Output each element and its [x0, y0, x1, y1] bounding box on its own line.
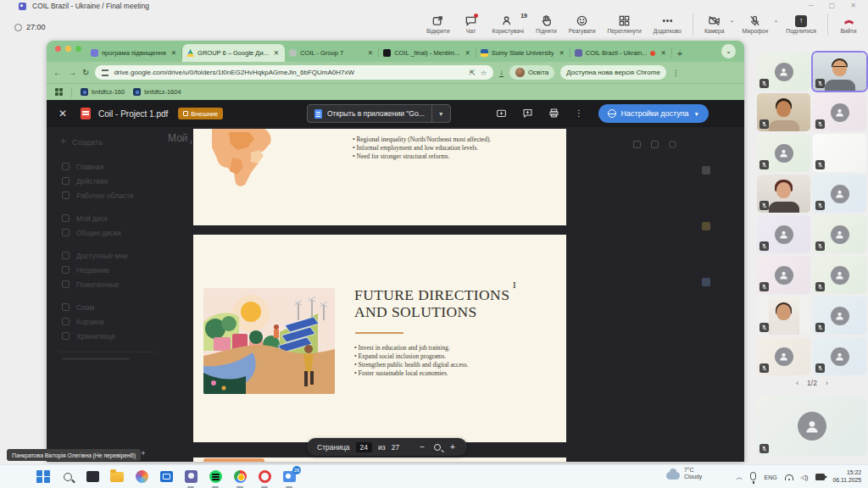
camera-button[interactable]: Камера: [699, 13, 730, 36]
mic-button[interactable]: Мікрофон: [737, 13, 774, 36]
store-icon[interactable]: [159, 469, 174, 485]
participant-avatar-tile[interactable]: [813, 134, 866, 172]
copilot-icon[interactable]: [134, 469, 149, 485]
drive-companion-bar[interactable]: [702, 166, 710, 286]
zoom-in-icon[interactable]: +: [448, 442, 457, 452]
tab-close-icon[interactable]: ✕: [659, 49, 667, 57]
chrome-update-chip[interactable]: Доступна нова версія Chrome: [560, 65, 666, 80]
browser-tab[interactable]: програма підвищення✕: [86, 44, 182, 62]
drive-sidebar-item[interactable]: Главная: [47, 159, 168, 174]
participant-avatar-tile[interactable]: [757, 256, 810, 294]
window-controls[interactable]: ─▢✕: [809, 2, 856, 9]
drive-sidebar-item[interactable]: Действия: [47, 174, 168, 188]
pagination-next-icon[interactable]: ›: [826, 379, 828, 387]
participant-video-tile[interactable]: [757, 93, 810, 131]
pagination-prev-icon[interactable]: ‹: [796, 379, 798, 387]
start-button[interactable]: [36, 469, 51, 485]
mac-close-icon[interactable]: [55, 46, 61, 52]
drive-sidebar-item[interactable]: Рабочие области: [47, 188, 168, 202]
mac-zoom-icon[interactable]: [75, 46, 81, 52]
weather-widget[interactable]: 7°CCloudy: [666, 467, 702, 481]
open-app-chevron-icon[interactable]: ▼: [432, 111, 450, 117]
chat-button[interactable]: Чат: [456, 13, 485, 36]
profile-chip[interactable]: Освіта: [509, 65, 554, 80]
participant-avatar-tile[interactable]: [757, 134, 810, 172]
participant-avatar-tile[interactable]: [813, 297, 866, 335]
chat-app-icon[interactable]: 26: [281, 469, 297, 485]
add-to-drive-icon[interactable]: [496, 108, 507, 119]
bookmark-item[interactable]: bnfdfcz-1604: [133, 88, 181, 96]
tab-search-chevron-icon[interactable]: ⌄: [721, 44, 736, 58]
drive-sidebar-item[interactable]: Хранилище: [47, 329, 168, 343]
apps-grid-icon[interactable]: [55, 88, 63, 96]
teams-app-icon[interactable]: [183, 469, 198, 485]
zoom-magnifier-icon[interactable]: [434, 444, 441, 451]
zoom-out-icon[interactable]: −: [418, 442, 426, 452]
language-indicator[interactable]: ENG: [764, 474, 776, 480]
raise-hand-button[interactable]: Підняти: [531, 13, 562, 36]
opera-icon[interactable]: [257, 469, 272, 485]
drive-sidebar-item[interactable]: Недавние: [47, 263, 168, 277]
forward-button[interactable]: →: [68, 68, 76, 77]
browser-menu-icon[interactable]: ⋮: [672, 69, 680, 77]
share-zoom-out-icon[interactable]: −: [130, 449, 134, 458]
browser-tab[interactable]: COIL - Group 7✕: [285, 44, 379, 62]
page-number-input[interactable]: 24: [356, 442, 372, 452]
participant-avatar-tile[interactable]: [813, 337, 866, 375]
bookmark-star-icon[interactable]: ☆: [481, 69, 487, 77]
wifi-icon[interactable]: [785, 474, 793, 480]
tab-close-icon[interactable]: ✕: [272, 49, 281, 57]
participant-video-tile[interactable]: [813, 53, 866, 91]
maximize-icon[interactable]: ▢: [829, 2, 836, 9]
share-access-button[interactable]: Настройки доступа ▼: [598, 104, 709, 123]
participant-avatar-tile[interactable]: [813, 175, 866, 213]
tab-close-icon[interactable]: ✕: [463, 49, 471, 57]
volume-icon[interactable]: ◁): [801, 474, 809, 481]
file-explorer-icon[interactable]: [109, 469, 125, 485]
downloads-icon[interactable]: ↓: [499, 69, 504, 77]
drive-sidebar-item[interactable]: Спам: [47, 300, 168, 314]
pdf-more-icon[interactable]: ⋮: [575, 108, 583, 118]
tray-chevron-icon[interactable]: ︿: [736, 473, 743, 482]
participant-avatar-tile[interactable]: [757, 53, 810, 91]
participant-video-tile[interactable]: [757, 297, 810, 335]
bookmark-item[interactable]: bnfdfcz-160: [81, 88, 125, 96]
tab-close-icon[interactable]: ✕: [557, 49, 565, 57]
drive-sidebar-item[interactable]: Помеченные: [47, 277, 168, 291]
open-button[interactable]: Відкрити: [421, 13, 454, 36]
drive-view-toggles[interactable]: [633, 141, 676, 148]
share-zoom-in-icon[interactable]: +: [141, 449, 145, 458]
drive-sidebar-item[interactable]: Корзина: [47, 314, 168, 329]
browser-tab[interactable]: COIL _final) - Mentim...✕: [379, 44, 476, 62]
chrome-icon[interactable]: [232, 469, 248, 485]
drive-sidebar-item[interactable]: Общие диски: [47, 225, 168, 240]
mic-chevron-icon[interactable]: ⌄: [773, 17, 778, 24]
tab-close-icon[interactable]: ✕: [170, 49, 178, 57]
view-button[interactable]: Переглянути: [602, 13, 646, 36]
drive-new-button[interactable]: + Создать: [60, 136, 168, 147]
participant-avatar-tile[interactable]: [757, 215, 810, 253]
browser-tab[interactable]: GROUP 6 – Google Ди...✕: [182, 44, 285, 62]
spotify-icon[interactable]: [208, 469, 223, 485]
leave-button[interactable]: Вийти: [834, 13, 863, 36]
participants-button[interactable]: 19 Користувачі: [487, 13, 529, 36]
drive-sidebar-item[interactable]: Мой диск: [47, 211, 168, 225]
cast-icon[interactable]: ⇱: [470, 69, 476, 77]
site-settings-icon[interactable]: [102, 69, 108, 76]
browser-tab[interactable]: Sumy State University✕: [476, 44, 570, 62]
self-view-tile[interactable]: [757, 396, 867, 456]
share-button[interactable]: ↑ Поділитися: [781, 14, 821, 36]
minimize-icon[interactable]: ─: [809, 2, 814, 9]
camera-chevron-icon[interactable]: ⌄: [730, 17, 735, 24]
reload-button[interactable]: ↻: [82, 68, 89, 77]
search-icon[interactable]: [60, 469, 75, 485]
window-traffic-lights[interactable]: [53, 41, 86, 62]
participant-avatar-tile[interactable]: [813, 215, 866, 253]
task-view-icon[interactable]: [85, 469, 100, 485]
open-in-app-button[interactable]: Открыть в приложении "Go... ▼: [307, 104, 451, 123]
participant-video-tile[interactable]: [757, 175, 810, 213]
address-bar[interactable]: drive.google.com/drive/u/0/folders/1t0nE…: [95, 65, 493, 80]
tab-close-icon[interactable]: ✕: [366, 49, 375, 57]
react-button[interactable]: Реагувати: [564, 13, 601, 36]
tray-mic-icon[interactable]: [750, 472, 756, 480]
